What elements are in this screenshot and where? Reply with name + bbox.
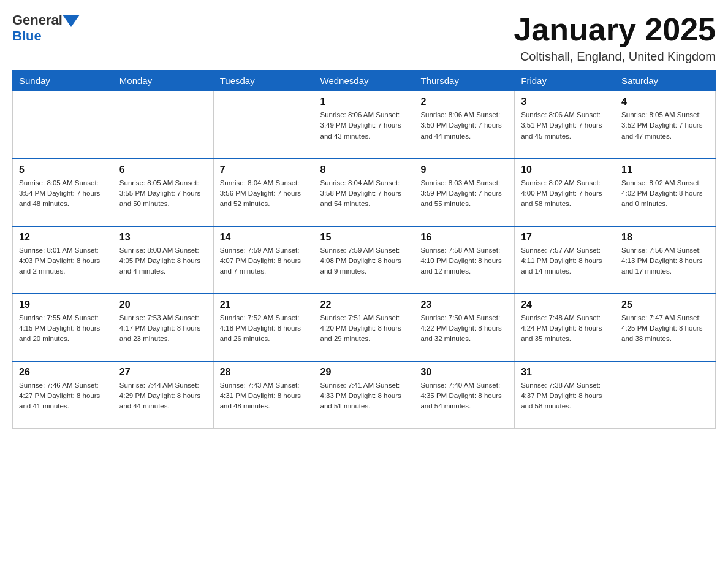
day-info: Sunrise: 7:58 AM Sunset: 4:10 PM Dayligh… <box>420 245 508 277</box>
calendar-cell: 28Sunrise: 7:43 AM Sunset: 4:31 PM Dayli… <box>213 361 314 429</box>
day-info: Sunrise: 7:44 AM Sunset: 4:29 PM Dayligh… <box>119 380 207 412</box>
day-info: Sunrise: 7:38 AM Sunset: 4:37 PM Dayligh… <box>521 380 609 412</box>
calendar-week-row: 19Sunrise: 7:55 AM Sunset: 4:15 PM Dayli… <box>13 294 716 361</box>
calendar-cell: 13Sunrise: 8:00 AM Sunset: 4:05 PM Dayli… <box>113 226 213 294</box>
day-number: 20 <box>119 299 207 310</box>
calendar-cell: 3Sunrise: 8:06 AM Sunset: 3:51 PM Daylig… <box>515 91 615 159</box>
day-number: 31 <box>521 367 609 378</box>
day-info: Sunrise: 7:51 AM Sunset: 4:20 PM Dayligh… <box>320 313 408 345</box>
calendar-cell: 17Sunrise: 7:57 AM Sunset: 4:11 PM Dayli… <box>515 226 615 294</box>
calendar-cell: 18Sunrise: 7:56 AM Sunset: 4:13 PM Dayli… <box>615 226 716 294</box>
logo: General Blue <box>12 12 80 44</box>
logo-general: General <box>12 12 63 28</box>
column-header-friday: Friday <box>515 71 615 91</box>
day-number: 22 <box>320 299 408 310</box>
calendar-cell: 21Sunrise: 7:52 AM Sunset: 4:18 PM Dayli… <box>213 294 314 361</box>
day-number: 9 <box>420 164 508 175</box>
column-header-saturday: Saturday <box>615 71 716 91</box>
day-number: 12 <box>19 232 107 243</box>
calendar-cell: 19Sunrise: 7:55 AM Sunset: 4:15 PM Dayli… <box>13 294 113 361</box>
calendar-header-row: SundayMondayTuesdayWednesdayThursdayFrid… <box>13 71 716 91</box>
calendar-week-row: 5Sunrise: 8:05 AM Sunset: 3:54 PM Daylig… <box>13 159 716 226</box>
day-number: 10 <box>521 164 609 175</box>
calendar-cell: 4Sunrise: 8:05 AM Sunset: 3:52 PM Daylig… <box>615 91 716 159</box>
calendar-cell: 7Sunrise: 8:04 AM Sunset: 3:56 PM Daylig… <box>213 159 314 226</box>
day-number: 4 <box>621 96 709 107</box>
calendar-cell: 12Sunrise: 8:01 AM Sunset: 4:03 PM Dayli… <box>13 226 113 294</box>
calendar-cell: 20Sunrise: 7:53 AM Sunset: 4:17 PM Dayli… <box>113 294 213 361</box>
day-number: 14 <box>220 232 308 243</box>
day-info: Sunrise: 7:57 AM Sunset: 4:11 PM Dayligh… <box>521 245 609 277</box>
calendar-cell: 26Sunrise: 7:46 AM Sunset: 4:27 PM Dayli… <box>13 361 113 429</box>
day-number: 23 <box>420 299 508 310</box>
calendar-week-row: 26Sunrise: 7:46 AM Sunset: 4:27 PM Dayli… <box>13 361 716 429</box>
calendar-cell: 2Sunrise: 8:06 AM Sunset: 3:50 PM Daylig… <box>414 91 515 159</box>
calendar-cell: 11Sunrise: 8:02 AM Sunset: 4:02 PM Dayli… <box>615 159 716 226</box>
day-info: Sunrise: 7:43 AM Sunset: 4:31 PM Dayligh… <box>220 380 308 412</box>
day-number: 21 <box>220 299 308 310</box>
day-info: Sunrise: 7:40 AM Sunset: 4:35 PM Dayligh… <box>420 380 508 412</box>
day-info: Sunrise: 7:46 AM Sunset: 4:27 PM Dayligh… <box>19 380 107 412</box>
day-info: Sunrise: 7:53 AM Sunset: 4:17 PM Dayligh… <box>119 313 207 345</box>
day-number: 18 <box>621 232 709 243</box>
calendar-cell <box>615 361 716 429</box>
day-info: Sunrise: 8:03 AM Sunset: 3:59 PM Dayligh… <box>420 178 508 210</box>
day-number: 27 <box>119 367 207 378</box>
column-header-tuesday: Tuesday <box>213 71 314 91</box>
calendar-cell: 24Sunrise: 7:48 AM Sunset: 4:24 PM Dayli… <box>515 294 615 361</box>
calendar-cell: 27Sunrise: 7:44 AM Sunset: 4:29 PM Dayli… <box>113 361 213 429</box>
calendar-cell <box>213 91 314 159</box>
day-number: 13 <box>119 232 207 243</box>
day-info: Sunrise: 8:06 AM Sunset: 3:49 PM Dayligh… <box>320 110 408 142</box>
column-header-monday: Monday <box>113 71 213 91</box>
column-header-wednesday: Wednesday <box>314 71 414 91</box>
logo-triangle-icon <box>63 15 80 27</box>
day-info: Sunrise: 8:00 AM Sunset: 4:05 PM Dayligh… <box>119 245 207 277</box>
month-title: January 2025 <box>514 12 716 47</box>
day-number: 28 <box>220 367 308 378</box>
day-number: 6 <box>119 164 207 175</box>
calendar-cell: 23Sunrise: 7:50 AM Sunset: 4:22 PM Dayli… <box>414 294 515 361</box>
day-info: Sunrise: 7:56 AM Sunset: 4:13 PM Dayligh… <box>621 245 709 277</box>
day-info: Sunrise: 7:47 AM Sunset: 4:25 PM Dayligh… <box>621 313 709 345</box>
title-block: January 2025 Coltishall, England, United… <box>514 12 716 64</box>
day-number: 29 <box>320 367 408 378</box>
day-number: 15 <box>320 232 408 243</box>
page-header: General Blue January 2025 Coltishall, En… <box>12 12 716 64</box>
day-info: Sunrise: 8:02 AM Sunset: 4:02 PM Dayligh… <box>621 178 709 210</box>
calendar-table: SundayMondayTuesdayWednesdayThursdayFrid… <box>12 70 716 429</box>
calendar-cell: 16Sunrise: 7:58 AM Sunset: 4:10 PM Dayli… <box>414 226 515 294</box>
day-info: Sunrise: 8:01 AM Sunset: 4:03 PM Dayligh… <box>19 245 107 277</box>
day-number: 30 <box>420 367 508 378</box>
calendar-cell <box>13 91 113 159</box>
column-header-sunday: Sunday <box>13 71 113 91</box>
calendar-cell: 10Sunrise: 8:02 AM Sunset: 4:00 PM Dayli… <box>515 159 615 226</box>
calendar-cell: 15Sunrise: 7:59 AM Sunset: 4:08 PM Dayli… <box>314 226 414 294</box>
day-info: Sunrise: 7:55 AM Sunset: 4:15 PM Dayligh… <box>19 313 107 345</box>
calendar-cell: 30Sunrise: 7:40 AM Sunset: 4:35 PM Dayli… <box>414 361 515 429</box>
day-info: Sunrise: 8:06 AM Sunset: 3:50 PM Dayligh… <box>420 110 508 142</box>
day-info: Sunrise: 7:41 AM Sunset: 4:33 PM Dayligh… <box>320 380 408 412</box>
day-number: 8 <box>320 164 408 175</box>
logo-blue: Blue <box>12 28 42 44</box>
calendar-cell: 8Sunrise: 8:04 AM Sunset: 3:58 PM Daylig… <box>314 159 414 226</box>
day-number: 26 <box>19 367 107 378</box>
calendar-week-row: 12Sunrise: 8:01 AM Sunset: 4:03 PM Dayli… <box>13 226 716 294</box>
day-number: 1 <box>320 96 408 107</box>
day-number: 25 <box>621 299 709 310</box>
calendar-cell: 9Sunrise: 8:03 AM Sunset: 3:59 PM Daylig… <box>414 159 515 226</box>
calendar-cell: 31Sunrise: 7:38 AM Sunset: 4:37 PM Dayli… <box>515 361 615 429</box>
day-number: 24 <box>521 299 609 310</box>
day-info: Sunrise: 7:52 AM Sunset: 4:18 PM Dayligh… <box>220 313 308 345</box>
calendar-cell: 25Sunrise: 7:47 AM Sunset: 4:25 PM Dayli… <box>615 294 716 361</box>
day-number: 7 <box>220 164 308 175</box>
column-header-thursday: Thursday <box>414 71 515 91</box>
day-info: Sunrise: 7:59 AM Sunset: 4:07 PM Dayligh… <box>220 245 308 277</box>
day-number: 5 <box>19 164 107 175</box>
day-number: 19 <box>19 299 107 310</box>
day-info: Sunrise: 8:04 AM Sunset: 3:56 PM Dayligh… <box>220 178 308 210</box>
day-number: 11 <box>621 164 709 175</box>
calendar-cell: 22Sunrise: 7:51 AM Sunset: 4:20 PM Dayli… <box>314 294 414 361</box>
day-number: 2 <box>420 96 508 107</box>
day-number: 3 <box>521 96 609 107</box>
